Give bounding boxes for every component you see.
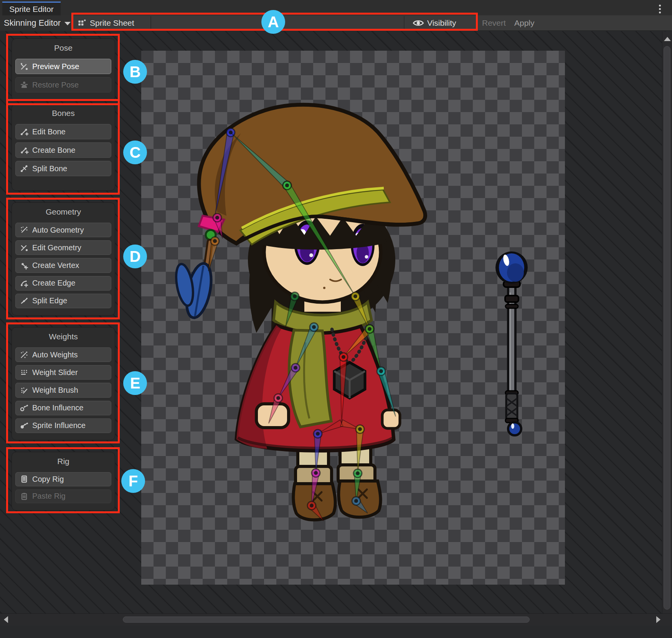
scroll-up-icon[interactable] bbox=[664, 37, 671, 41]
split-bone-button[interactable]: Split Bone bbox=[15, 161, 111, 176]
editor-main-area: Pose Preview Pose Restore Pose Bones Edi… bbox=[0, 31, 672, 626]
panel-rig: Rig Copy Rig Paste Rig bbox=[12, 452, 115, 511]
chevron-down-icon bbox=[64, 22, 71, 25]
paste-rig-button[interactable]: Paste Rig bbox=[15, 489, 111, 504]
restore-pose-icon bbox=[20, 80, 29, 89]
create-edge-icon bbox=[20, 279, 29, 288]
horizontal-scrollbar[interactable] bbox=[0, 613, 672, 626]
sprite-artwork bbox=[141, 51, 565, 585]
title-bar: Sprite Editor bbox=[0, 0, 672, 15]
sprite-sheet-button[interactable]: Sprite Sheet bbox=[77, 15, 134, 31]
copy-rig-button[interactable]: Copy Rig bbox=[15, 472, 111, 486]
weight-slider-button[interactable]: Weight Slider bbox=[15, 365, 111, 380]
sprite-editor-window: Sprite Editor Skinning Editor Sprite She… bbox=[0, 0, 672, 638]
edit-geometry-button[interactable]: Edit Geometry bbox=[15, 240, 111, 255]
skinning-editor-dropdown[interactable]: Skinning Editor bbox=[0, 15, 71, 31]
sprite-influence-icon bbox=[20, 421, 29, 430]
panel-title: Geometry bbox=[15, 207, 111, 217]
auto-geometry-icon bbox=[20, 225, 29, 235]
sprite-canvas[interactable] bbox=[141, 51, 565, 585]
auto-weights-button[interactable]: Auto Weights bbox=[15, 347, 111, 362]
vertical-scroll-thumb[interactable] bbox=[664, 46, 670, 610]
eye-icon bbox=[413, 18, 424, 28]
panel-title: Pose bbox=[15, 43, 111, 53]
visibility-button[interactable]: Visibility bbox=[413, 15, 456, 31]
right-hand bbox=[382, 410, 400, 428]
revert-button[interactable]: Revert bbox=[482, 15, 506, 31]
bone-influence-button[interactable]: Bone Influence bbox=[15, 401, 111, 415]
split-edge-button[interactable]: Split Edge bbox=[15, 294, 111, 308]
tab-sprite-editor[interactable]: Sprite Editor bbox=[2, 2, 61, 15]
auto-geometry-button[interactable]: Auto Geometry bbox=[15, 223, 111, 237]
preview-pose-button[interactable]: Preview Pose bbox=[15, 59, 111, 74]
weight-brush-icon bbox=[20, 386, 29, 395]
weight-brush-button[interactable]: Weight Brush bbox=[15, 383, 111, 397]
edit-bone-icon bbox=[20, 127, 29, 136]
create-vertex-icon bbox=[20, 261, 29, 270]
scroll-left-icon[interactable] bbox=[4, 616, 8, 623]
paste-rig-icon bbox=[20, 492, 29, 501]
split-edge-icon bbox=[20, 296, 29, 306]
sprite-sheet-icon bbox=[77, 18, 87, 28]
sprite-sheet-label: Sprite Sheet bbox=[90, 18, 134, 28]
weight-slider-icon bbox=[20, 368, 29, 377]
create-bone-icon bbox=[20, 145, 29, 155]
panel-title: Weights bbox=[15, 332, 111, 341]
vertical-scrollbar[interactable] bbox=[662, 31, 672, 626]
horizontal-scroll-thumb[interactable] bbox=[123, 617, 530, 623]
character-sprite bbox=[173, 105, 425, 520]
preview-pose-icon bbox=[20, 62, 29, 71]
panel-geometry: Geometry Auto Geometry Edit Geometry Cre… bbox=[12, 202, 115, 316]
panel-bones: Bones Edit Bone Create Bone Split Bone bbox=[12, 104, 115, 191]
bone-influence-icon bbox=[20, 403, 29, 413]
create-bone-button[interactable]: Create Bone bbox=[15, 142, 111, 158]
panel-title: Rig bbox=[15, 457, 111, 466]
create-vertex-button[interactable]: Create Vertex bbox=[15, 258, 111, 273]
create-edge-button[interactable]: Create Edge bbox=[15, 276, 111, 291]
apply-button[interactable]: Apply bbox=[514, 15, 535, 31]
edit-geometry-icon bbox=[20, 243, 29, 252]
tab-label: Sprite Editor bbox=[9, 5, 54, 14]
auto-weights-icon bbox=[20, 350, 29, 359]
kebab-menu-icon[interactable] bbox=[656, 3, 664, 15]
panel-title: Bones bbox=[15, 109, 111, 118]
copy-rig-icon bbox=[20, 474, 29, 484]
scroll-right-icon[interactable] bbox=[656, 616, 660, 623]
panel-weights: Weights Auto Weights Weight Slider Weigh… bbox=[12, 327, 115, 440]
sprite-influence-button[interactable]: Sprite Influence bbox=[15, 418, 111, 433]
mode-dropdown-label: Skinning Editor bbox=[4, 18, 61, 28]
toolbar-separator bbox=[150, 16, 151, 30]
staff-sprite bbox=[495, 251, 528, 435]
split-bone-icon bbox=[20, 164, 29, 173]
toolbar: Skinning Editor Sprite Sheet Visibility … bbox=[0, 15, 672, 31]
restore-pose-button[interactable]: Restore Pose bbox=[15, 77, 111, 93]
edit-bone-button[interactable]: Edit Bone bbox=[15, 124, 111, 139]
visibility-label: Visibility bbox=[427, 18, 456, 28]
panel-pose: Pose Preview Pose Restore Pose bbox=[12, 38, 115, 101]
toolbar-separator bbox=[404, 16, 405, 30]
